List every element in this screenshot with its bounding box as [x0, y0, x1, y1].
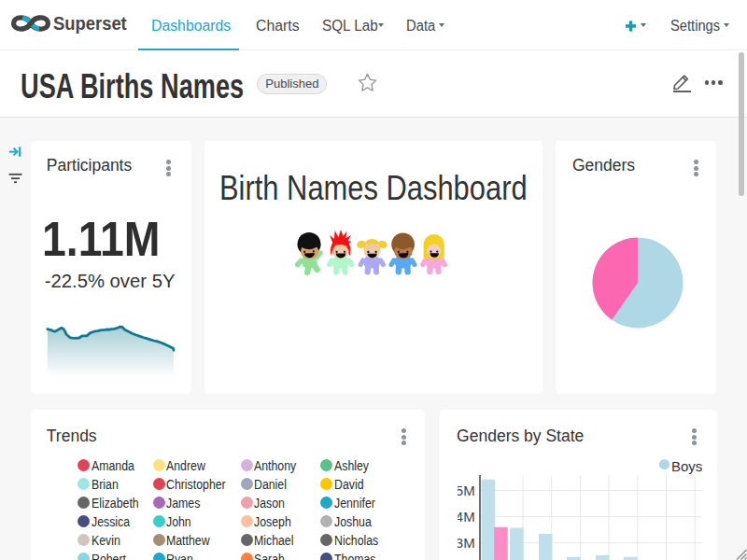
svg-text:5M: 5M [458, 483, 475, 498]
svg-text:3M: 3M [458, 535, 475, 551]
svg-text:4M: 4M [458, 509, 475, 525]
